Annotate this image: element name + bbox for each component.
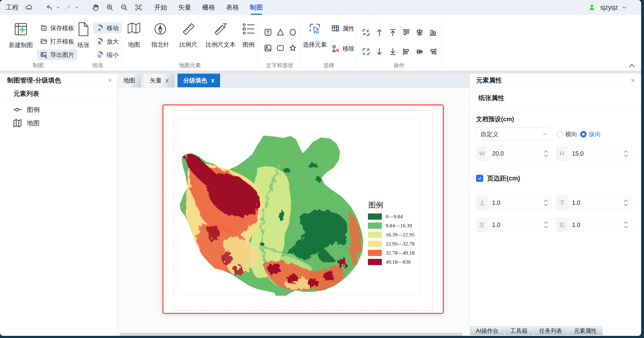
export-image-button[interactable]: 导出图片: [37, 49, 77, 60]
layout-canvas[interactable]: 图例 0—9.849.84—16.3916.39—22.9522.95—32.7…: [118, 87, 470, 336]
move-to-top-button[interactable]: [388, 28, 398, 37]
right-panel-close-icon[interactable]: ×: [630, 77, 635, 84]
align-top-button[interactable]: [402, 28, 411, 37]
tab-close-icon[interactable]: x: [166, 77, 169, 84]
align-bottom-button[interactable]: [428, 28, 438, 37]
zoom-in-icon[interactable]: [106, 3, 114, 11]
menu-vector[interactable]: 矢量: [178, 0, 191, 15]
margin-top-spinner[interactable]: 上 1.0: [476, 196, 552, 210]
portrait-radio-label[interactable]: 纵向: [589, 130, 601, 138]
screenshot-icon[interactable]: [134, 3, 142, 11]
move-to-bottom-button[interactable]: [388, 47, 398, 56]
map-icon: [12, 118, 22, 128]
margin-right-steppers[interactable]: [624, 221, 628, 228]
tab-close-icon[interactable]: x: [211, 77, 214, 84]
margins-label[interactable]: 页边距(cm): [487, 174, 520, 183]
dock-tab-toolbox[interactable]: 工具箱: [505, 327, 533, 335]
element-item-map[interactable]: 地图: [0, 116, 117, 130]
paper-page[interactable]: 图例 0—9.849.84—16.3916.39—22.9522.95—32.7…: [162, 104, 444, 314]
raster-map[interactable]: [178, 134, 365, 296]
text-tool-button[interactable]: [263, 27, 273, 37]
new-map-button[interactable]: 新建制图: [3, 21, 39, 49]
map-legend[interactable]: 图例 0—9.849.84—16.3916.39—22.9522.95—32.7…: [368, 200, 414, 268]
menu-start[interactable]: 开始: [154, 0, 167, 15]
paper-zoom-out-icon: [96, 51, 104, 59]
margin-bottom-value[interactable]: 1.0: [568, 199, 624, 206]
margin-left-value[interactable]: 1.0: [488, 221, 544, 228]
select-element-button[interactable]: 选择元素: [298, 21, 332, 48]
landscape-radio[interactable]: [556, 131, 563, 137]
margin-right-spinner[interactable]: 右 1.0: [556, 218, 632, 232]
tab-graduated-fill[interactable]: 分级填色 x: [178, 74, 220, 87]
height-spinner[interactable]: H 15.0: [556, 146, 632, 161]
scalebar-button[interactable]: 比例尺: [175, 21, 202, 48]
margin-left-steppers[interactable]: [544, 221, 548, 228]
paper-zoom-in-button[interactable]: 放大: [93, 36, 122, 47]
cloud-icon[interactable]: [25, 3, 33, 11]
tab-vector[interactable]: 矢量 x: [144, 74, 174, 87]
landscape-radio-label[interactable]: 横向: [565, 130, 577, 138]
save-icon: [40, 24, 48, 32]
preset-select[interactable]: 自定义: [476, 128, 552, 141]
menu-table[interactable]: 表格: [226, 0, 239, 15]
project-menu-label: 工程: [6, 3, 19, 12]
margin-right-value[interactable]: 1.0: [568, 221, 624, 228]
star-tool-button[interactable]: [288, 43, 298, 53]
zoom-out-icon[interactable]: [120, 3, 128, 11]
undo-button[interactable]: [45, 3, 53, 11]
align-right-button[interactable]: [428, 47, 438, 56]
align-center-vertical-button[interactable]: [415, 47, 424, 56]
margin-bottom-steppers[interactable]: [624, 199, 628, 206]
expand-button[interactable]: [361, 47, 371, 56]
folder-open-icon: [40, 37, 48, 45]
height-spinner-steppers[interactable]: [624, 150, 628, 157]
margin-left-spinner[interactable]: 左 1.0: [476, 218, 552, 232]
ribbon-collapse-chevron-icon[interactable]: [628, 63, 636, 68]
align-left-button[interactable]: [402, 47, 411, 56]
compass-button[interactable]: 指北针: [146, 21, 175, 48]
scaletext-button[interactable]: 比例尺文本: [202, 21, 239, 48]
left-panel-close-icon[interactable]: ×: [108, 77, 112, 84]
paper-move-button[interactable]: 移动: [93, 22, 122, 33]
horizontal-scrollbar[interactable]: [119, 333, 463, 336]
menu-raster[interactable]: 栅格: [202, 0, 215, 15]
move-down-button[interactable]: [375, 47, 384, 56]
width-spinner-steppers[interactable]: [544, 150, 548, 157]
paper-zoom-out-button[interactable]: 缩小: [93, 49, 122, 60]
margins-checkbox[interactable]: [476, 175, 483, 182]
align-center-horizontal-button[interactable]: [415, 28, 424, 37]
undo-dropdown-icon[interactable]: [56, 5, 60, 10]
portrait-radio[interactable]: [580, 131, 586, 137]
ellipse-tool-button[interactable]: [288, 27, 298, 37]
width-spinner-value[interactable]: 20.0: [488, 150, 544, 157]
remove-button[interactable]: 移除: [330, 41, 354, 56]
attributes-button[interactable]: 属性: [330, 21, 354, 36]
dock-tab-element-props[interactable]: 元素属性: [568, 327, 602, 335]
move-up-button[interactable]: [375, 28, 384, 37]
tab-map[interactable]: 地图: [118, 74, 141, 87]
project-menu[interactable]: 工程: [6, 3, 19, 12]
image-tool-button[interactable]: [263, 43, 273, 53]
width-spinner[interactable]: W 20.0: [476, 146, 552, 161]
pan-hand-icon[interactable]: [92, 3, 100, 11]
rectangle-tool-button[interactable]: [276, 43, 285, 53]
menu-cartography[interactable]: 制图: [250, 0, 263, 15]
element-item-legend[interactable]: 图例: [0, 103, 117, 116]
legend-button[interactable]: 图例: [239, 21, 258, 48]
margin-top-steppers[interactable]: [544, 199, 548, 206]
redo-dropdown-icon[interactable]: [74, 5, 79, 10]
shrink-button[interactable]: [361, 28, 371, 37]
dock-tab-task-list[interactable]: 任务列表: [534, 327, 568, 335]
margin-top-value[interactable]: 1.0: [488, 199, 544, 206]
height-spinner-value[interactable]: 15.0: [568, 150, 624, 157]
paper-move-icon: [96, 24, 104, 32]
margin-bottom-spinner[interactable]: 下 1.0: [556, 196, 632, 210]
new-map-icon: [13, 21, 29, 37]
user-menu[interactable]: sjzyqz: [587, 2, 627, 12]
redo-button[interactable]: [64, 3, 72, 11]
dock-tab-ai-console[interactable]: AI操作台: [470, 327, 504, 335]
legend-row: 9.84—16.39: [368, 223, 414, 229]
map-element-button[interactable]: 地图: [122, 21, 146, 48]
triangle-tool-button[interactable]: [276, 27, 285, 37]
legend-title: 图例: [368, 200, 414, 210]
